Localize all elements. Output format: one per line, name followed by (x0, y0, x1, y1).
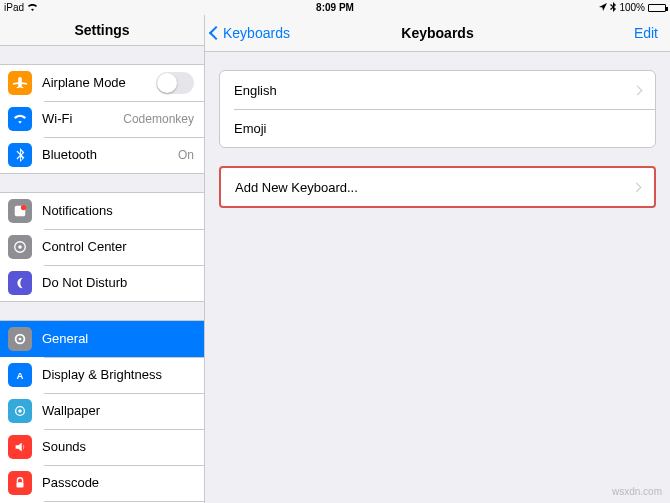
keyboards-list: English Emoji (219, 70, 656, 148)
sidebar-item-detail: On (178, 148, 194, 162)
main-panel: Keyboards Keyboards Edit English Emoji A… (205, 15, 670, 503)
svg-rect-9 (17, 482, 24, 487)
sounds-icon (8, 435, 32, 459)
sidebar-item-label: Airplane Mode (42, 75, 156, 90)
sidebar-item-passcode[interactable]: Passcode (0, 465, 204, 501)
keyboard-row-english[interactable]: English (220, 71, 655, 109)
sidebar-item-bluetooth[interactable]: Bluetooth On (0, 137, 204, 173)
back-label: Keyboards (223, 25, 290, 41)
status-bar: iPad 8:09 PM 100% (0, 0, 670, 15)
svg-point-1 (21, 205, 26, 210)
notifications-icon (8, 199, 32, 223)
wifi-icon (8, 107, 32, 131)
battery-icon (648, 4, 666, 12)
airplane-icon (8, 71, 32, 95)
svg-text:A: A (17, 369, 24, 380)
add-new-keyboard-button[interactable]: Add New Keyboard... (221, 168, 654, 206)
gear-icon (8, 327, 32, 351)
back-button[interactable]: Keyboards (205, 25, 290, 41)
sidebar-item-display[interactable]: A Display & Brightness (0, 357, 204, 393)
add-keyboard-label: Add New Keyboard... (235, 180, 633, 195)
keyboard-label: English (234, 83, 634, 98)
sidebar-item-label: Passcode (42, 475, 194, 490)
moon-icon (8, 271, 32, 295)
watermark: wsxdn.com (612, 486, 662, 497)
status-time: 8:09 PM (316, 2, 354, 13)
sidebar-item-detail: Codemonkey (123, 112, 194, 126)
wifi-icon (27, 2, 38, 13)
chevron-left-icon (209, 26, 223, 40)
bluetooth-icon (8, 143, 32, 167)
control-center-icon (8, 235, 32, 259)
svg-point-3 (18, 245, 22, 249)
add-keyboard-group: Add New Keyboard... (219, 166, 656, 208)
keyboard-row-emoji[interactable]: Emoji (220, 109, 655, 147)
sidebar-item-notifications[interactable]: Notifications (0, 193, 204, 229)
sidebar-item-control-center[interactable]: Control Center (0, 229, 204, 265)
sidebar-item-label: Sounds (42, 439, 194, 454)
sidebar-item-dnd[interactable]: Do Not Disturb (0, 265, 204, 301)
main-navbar: Keyboards Keyboards Edit (205, 15, 670, 52)
settings-sidebar: Settings Airplane Mode Wi-Fi Codemonke (0, 15, 205, 503)
device-name: iPad (4, 2, 24, 13)
sidebar-navbar: Settings (0, 15, 204, 46)
airplane-switch[interactable] (156, 72, 194, 94)
sidebar-group: General A Display & Brightness Wallpaper (0, 320, 204, 503)
display-icon: A (8, 363, 32, 387)
sidebar-item-label: Wi-Fi (42, 111, 123, 126)
lock-icon (8, 471, 32, 495)
chevron-right-icon (633, 85, 643, 95)
svg-point-8 (18, 409, 22, 413)
sidebar-item-label: Display & Brightness (42, 367, 194, 382)
sidebar-item-airplane-mode[interactable]: Airplane Mode (0, 65, 204, 101)
sidebar-item-label: Bluetooth (42, 147, 178, 162)
keyboard-label: Emoji (234, 121, 641, 136)
bluetooth-icon (610, 2, 616, 14)
sidebar-item-label: Notifications (42, 203, 194, 218)
sidebar-group: Notifications Control Center Do Not Dist… (0, 192, 204, 302)
edit-button[interactable]: Edit (634, 25, 670, 41)
location-icon (599, 2, 607, 13)
sidebar-item-label: Control Center (42, 239, 194, 254)
battery-pct: 100% (619, 2, 645, 13)
sidebar-item-general[interactable]: General (0, 321, 204, 357)
sidebar-item-label: Do Not Disturb (42, 275, 194, 290)
sidebar-item-wallpaper[interactable]: Wallpaper (0, 393, 204, 429)
sidebar-title: Settings (74, 22, 129, 38)
sidebar-item-sounds[interactable]: Sounds (0, 429, 204, 465)
sidebar-item-wifi[interactable]: Wi-Fi Codemonkey (0, 101, 204, 137)
svg-point-5 (19, 338, 22, 341)
sidebar-item-label: General (42, 331, 194, 346)
sidebar-item-label: Wallpaper (42, 403, 194, 418)
chevron-right-icon (632, 182, 642, 192)
sidebar-group: Airplane Mode Wi-Fi Codemonkey Bluetooth… (0, 64, 204, 174)
page-title: Keyboards (401, 25, 473, 41)
wallpaper-icon (8, 399, 32, 423)
